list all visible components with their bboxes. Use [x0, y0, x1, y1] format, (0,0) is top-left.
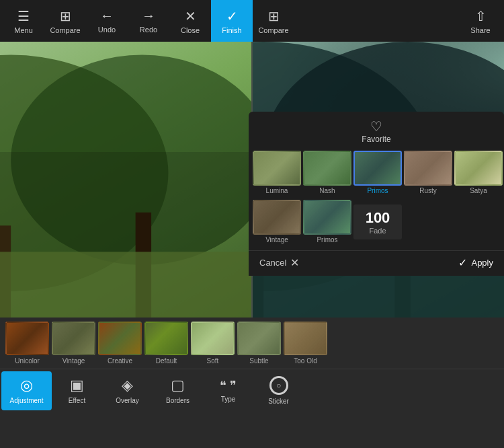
photo-area: ♡ Favorite Lumina Nash Primos Rusty	[0, 42, 504, 318]
soft-thumb	[191, 322, 235, 355]
popup-filter-primos[interactable]: Primos	[353, 151, 402, 194]
compare2-label: Compare	[258, 26, 288, 34]
svg-rect-4	[136, 213, 151, 318]
borders-tool[interactable]: ▢ Borders	[153, 371, 203, 410]
redo-icon: →	[142, 8, 155, 24]
fade-label: Fade	[369, 227, 386, 235]
filter-tooold[interactable]: Too Old	[284, 322, 327, 365]
vintage-label: Vintage	[265, 236, 288, 244]
borders-label: Borders	[166, 397, 190, 404]
cancel-button[interactable]: Cancel ✕	[259, 256, 299, 269]
rusty-label: Rusty	[419, 187, 437, 194]
sticker-label: Sticker	[268, 398, 289, 405]
fade-box: 100 Fade	[353, 204, 402, 239]
filter-popup: ♡ Favorite Lumina Nash Primos Rusty	[249, 112, 504, 276]
close-label: Close	[181, 26, 200, 34]
adjustment-tool[interactable]: ◎ Adjustment	[1, 371, 52, 410]
undo-button[interactable]: ← Undo	[86, 0, 128, 42]
overlay-label: Overlay	[116, 397, 138, 404]
cancel-icon: ✕	[290, 256, 299, 269]
compare-icon: ⊞	[60, 8, 71, 24]
close-button[interactable]: ✕ Close	[169, 0, 211, 42]
vintage-thumb	[253, 200, 301, 235]
bottom-panel: Unicolor Vintage Creative Default Soft S…	[0, 318, 504, 412]
svg-rect-5	[0, 252, 251, 318]
fade-value: 100	[366, 209, 390, 227]
tooold-thumb	[284, 322, 327, 355]
overlay-tool[interactable]: ◈ Overlay	[102, 371, 153, 410]
tooold-filter-label: Too Old	[294, 357, 317, 365]
heart-icon: ♡	[370, 118, 382, 135]
primos2-label: Primos	[317, 236, 337, 244]
sticker-tool[interactable]: ○ Sticker	[253, 371, 304, 410]
apply-checkmark-icon: ✓	[458, 256, 467, 269]
compare-button[interactable]: ⊞ Compare	[44, 0, 86, 42]
undo-label: Undo	[98, 26, 116, 34]
compare-label: Compare	[50, 26, 80, 34]
filter-creative[interactable]: Creative	[98, 322, 142, 365]
adjustment-label: Adjustment	[9, 397, 43, 404]
filter-subtle[interactable]: Subtle	[237, 322, 281, 365]
subtle-thumb	[237, 322, 281, 355]
nash-thumb	[303, 151, 351, 186]
svg-rect-3	[0, 225, 11, 318]
popup-filter-vintage[interactable]: Vintage	[253, 200, 301, 244]
favorite-label: Favorite	[362, 135, 390, 144]
effect-tool[interactable]: ▣ Effect	[52, 371, 102, 410]
primos-label: Primos	[367, 187, 388, 194]
fade-control[interactable]: 100 Fade	[353, 204, 402, 239]
primos2-thumb	[303, 200, 351, 235]
share-label: Share	[470, 26, 490, 34]
menu-button[interactable]: ☰ Menu	[3, 0, 44, 42]
filter-default[interactable]: Default	[144, 322, 188, 365]
unicolor-thumb	[5, 322, 49, 355]
vintage-main-thumb	[52, 322, 95, 355]
popup-filter-row-2: Vintage Primos 100 Fade	[249, 197, 504, 246]
finish-label: Finish	[222, 26, 241, 34]
primos-thumb	[353, 151, 402, 186]
popup-filter-lumina[interactable]: Lumina	[253, 151, 301, 194]
undo-icon: ←	[100, 8, 114, 24]
filter-vintage[interactable]: Vintage	[52, 322, 95, 365]
popup-filter-satya[interactable]: Satya	[454, 151, 503, 194]
unicolor-filter-label: Unicolor	[15, 357, 40, 365]
compare2-icon: ⊞	[268, 8, 280, 24]
adjustment-icon: ◎	[20, 377, 33, 394]
default-thumb	[144, 322, 188, 355]
close-icon: ✕	[185, 8, 196, 24]
popup-filter-nash[interactable]: Nash	[303, 151, 351, 194]
lumina-label: Lumina	[266, 187, 288, 194]
redo-button[interactable]: → Redo	[128, 0, 169, 42]
photo-original	[0, 42, 251, 318]
apply-label: Apply	[471, 258, 493, 268]
share-button[interactable]: ⇧ Share	[460, 0, 501, 42]
sticker-icon: ○	[269, 376, 288, 395]
popup-actions: Cancel ✕ ✓ Apply	[249, 250, 504, 273]
menu-icon: ☰	[17, 8, 30, 24]
share-icon: ⇧	[475, 8, 487, 24]
toolbar: ☰ Menu ⊞ Compare ← Undo → Redo ✕ Close ✓…	[0, 0, 504, 42]
redo-label: Redo	[140, 26, 157, 34]
popup-filter-rusty[interactable]: Rusty	[404, 151, 452, 194]
soft-filter-label: Soft	[207, 357, 219, 365]
type-tool[interactable]: ❝ ❞ Type	[203, 371, 253, 410]
filter-scroll-row: Unicolor Vintage Creative Default Soft S…	[0, 318, 504, 369]
effect-label: Effect	[69, 397, 85, 404]
default-filter-label: Default	[156, 357, 177, 365]
type-label: Type	[221, 396, 236, 403]
borders-icon: ▢	[171, 377, 185, 394]
finish-button[interactable]: ✓ Finish	[211, 0, 253, 42]
finish-icon: ✓	[226, 8, 238, 24]
overlay-icon: ◈	[122, 377, 133, 394]
popup-filter-primos2[interactable]: Primos	[303, 200, 351, 244]
favorite-button[interactable]: ♡ Favorite	[249, 112, 504, 148]
filter-soft[interactable]: Soft	[191, 322, 235, 365]
creative-filter-label: Creative	[108, 357, 132, 365]
nash-label: Nash	[319, 187, 335, 194]
satya-label: Satya	[470, 187, 487, 194]
compare2-button[interactable]: ⊞ Compare	[253, 0, 294, 42]
apply-button[interactable]: ✓ Apply	[458, 256, 493, 269]
filter-unicolor[interactable]: Unicolor	[5, 322, 49, 365]
menu-label: Menu	[14, 26, 33, 34]
lumina-thumb	[253, 151, 301, 186]
